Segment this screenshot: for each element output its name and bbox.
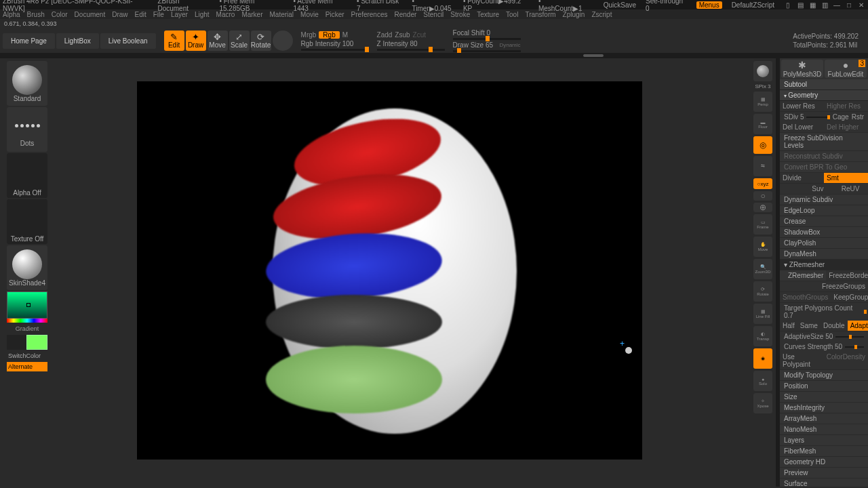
freezegroups-toggle[interactable]: FreezeGroups bbox=[819, 281, 868, 292]
suv-toggle[interactable]: Suv bbox=[809, 184, 838, 195]
dynamic-subdiv-header[interactable]: Dynamic Subdiv bbox=[780, 195, 868, 205]
rgb-toggle[interactable]: Rgb bbox=[319, 31, 339, 39]
dynamesh-header[interactable]: DynaMesh bbox=[780, 249, 868, 260]
zsub-toggle[interactable]: Zsub bbox=[395, 31, 410, 39]
tool-thumb-2[interactable]: ●FubLowEdit3 bbox=[825, 60, 867, 78]
scale-mode-button[interactable]: ⤢Scale bbox=[229, 30, 250, 51]
persp-button[interactable]: ▦Persp bbox=[753, 92, 772, 112]
tab-home[interactable]: Home Page bbox=[3, 33, 55, 49]
menu-draw[interactable]: Draw bbox=[112, 11, 127, 18]
divide-button[interactable]: Divide bbox=[780, 173, 824, 184]
arraymesh-header[interactable]: ArrayMesh bbox=[780, 413, 868, 424]
keepgroups-toggle[interactable]: KeepGroups bbox=[831, 292, 868, 303]
local-button[interactable]: ◎ bbox=[753, 136, 772, 154]
claypolish-header[interactable]: ClayPolish bbox=[780, 238, 868, 249]
transp-button[interactable]: ◐Transp bbox=[753, 326, 772, 346]
smt-toggle[interactable]: Smt bbox=[824, 173, 868, 184]
menu-texture[interactable]: Texture bbox=[477, 11, 499, 18]
minimize-icon[interactable]: — bbox=[833, 1, 841, 9]
menu-tool[interactable]: Tool bbox=[506, 11, 518, 18]
colordensity-toggle[interactable]: ColorDensity bbox=[824, 352, 868, 370]
freezeborder-toggle[interactable]: FreezeBorder bbox=[826, 270, 868, 281]
menu-color[interactable]: Color bbox=[52, 11, 68, 18]
curves-strength[interactable]: Curves Strength 50 bbox=[784, 343, 842, 350]
edgeloop-header[interactable]: EdgeLoop bbox=[780, 205, 868, 216]
menu-light[interactable]: Light bbox=[195, 11, 210, 18]
target-polycount[interactable]: Target Polygons Count 0.7 bbox=[784, 304, 861, 319]
zremesher-button[interactable]: ZRemesher bbox=[780, 270, 826, 281]
adapt-button[interactable]: Adapt bbox=[848, 321, 868, 331]
menu-alpha[interactable]: Alpha bbox=[3, 11, 20, 18]
zadd-toggle[interactable]: Zadd bbox=[377, 31, 393, 39]
move-button[interactable]: ✋Move bbox=[753, 237, 772, 257]
nanomesh-header[interactable]: NanoMesh bbox=[780, 424, 868, 435]
lowerres-button[interactable]: Lower Res bbox=[780, 101, 824, 112]
geometry-header[interactable]: Geometry bbox=[780, 90, 868, 101]
rotate-mode-button[interactable]: ⟳Rotate bbox=[251, 30, 271, 51]
layout-3-icon[interactable]: ▦ bbox=[808, 1, 816, 9]
layout-1-icon[interactable]: ▯ bbox=[784, 1, 792, 9]
menu-material[interactable]: Material bbox=[270, 11, 294, 18]
geometryhd-header[interactable]: Geometry HD bbox=[780, 457, 868, 468]
double-button[interactable]: Double bbox=[821, 321, 848, 331]
solo-button[interactable]: ●Solo bbox=[753, 371, 772, 391]
xyz-button[interactable]: ○xyz bbox=[753, 178, 772, 189]
modify-topology-header[interactable]: Modify Topology bbox=[780, 370, 868, 381]
rgb-intensity-slider[interactable] bbox=[301, 49, 369, 51]
rgb-intensity[interactable]: Rgb Intensity 100 bbox=[301, 40, 354, 47]
reconstruct-button[interactable]: Reconstruct Subdiv bbox=[780, 151, 868, 162]
axis-y-button[interactable]: ○ bbox=[753, 191, 772, 201]
tab-lightbox[interactable]: LightBox bbox=[56, 33, 99, 49]
crease-header[interactable]: Crease bbox=[780, 216, 868, 227]
menus-button[interactable]: Menus bbox=[696, 1, 722, 9]
lsym-button[interactable]: ⇋ bbox=[753, 156, 772, 176]
tab-liveboolean[interactable]: Live Boolean bbox=[100, 33, 156, 49]
edit-mode-button[interactable]: ✎Edit bbox=[164, 30, 184, 51]
seethrough[interactable]: See-through 0 bbox=[646, 0, 687, 12]
zcut-toggle[interactable]: Zcut bbox=[413, 31, 426, 39]
floor-button[interactable]: ▬Floor bbox=[753, 114, 772, 134]
del-lower-button[interactable]: Del Lower bbox=[780, 122, 824, 133]
m-toggle[interactable]: M bbox=[342, 31, 348, 39]
spix-label[interactable]: SPix 3 bbox=[755, 83, 770, 89]
ghost-button[interactable]: ◉ bbox=[753, 348, 772, 369]
menu-movie[interactable]: Movie bbox=[300, 11, 319, 18]
smoothgroups-toggle[interactable]: SmoothGroups bbox=[780, 292, 831, 303]
menu-stencil[interactable]: Stencil bbox=[423, 11, 443, 18]
menu-preferences[interactable]: Preferences bbox=[351, 11, 388, 18]
axis-z-button[interactable]: ⊕ bbox=[753, 203, 772, 212]
layout-4-icon[interactable]: ▥ bbox=[821, 1, 829, 9]
layers-header[interactable]: Layers bbox=[780, 435, 868, 446]
gradient-label[interactable]: Gradient bbox=[14, 324, 41, 333]
linefill-button[interactable]: ▦Line Fill bbox=[753, 304, 772, 324]
draw-mode-button[interactable]: ✦Draw bbox=[186, 30, 206, 51]
tool-thumb-1[interactable]: ✱PolyMesh3D bbox=[781, 60, 823, 78]
position-header[interactable]: Position bbox=[780, 381, 868, 392]
z-intensity[interactable]: Z Intensity 80 bbox=[377, 40, 418, 47]
menu-document[interactable]: Document bbox=[75, 11, 106, 18]
rstr-toggle[interactable]: Rstr bbox=[852, 113, 864, 121]
alpha-tile[interactable]: Alpha Off bbox=[7, 153, 47, 198]
menu-picker[interactable]: Picker bbox=[326, 11, 344, 18]
xpose-button[interactable]: ✧Xpose bbox=[753, 393, 772, 413]
switchcolor-button[interactable]: SwitchColor bbox=[7, 351, 47, 361]
menu-layer[interactable]: Layer bbox=[171, 11, 188, 18]
zoom3d-button[interactable]: 🔍Zoom3D bbox=[753, 259, 772, 279]
mrgb-toggle[interactable]: Mrgb bbox=[301, 31, 317, 39]
top-scrollbar[interactable] bbox=[0, 53, 868, 58]
higherres-button[interactable]: Higher Res bbox=[824, 101, 868, 112]
menu-stroke[interactable]: Stroke bbox=[450, 11, 470, 18]
drawsize-slider[interactable] bbox=[453, 50, 521, 52]
menu-file[interactable]: File bbox=[153, 11, 164, 18]
move-mode-button[interactable]: ✥Move bbox=[208, 30, 228, 51]
frame-button[interactable]: ▭Frame bbox=[753, 214, 772, 235]
menu-render[interactable]: Render bbox=[395, 11, 417, 18]
surface-header[interactable]: Surface bbox=[780, 479, 868, 487]
convert-bpr-button[interactable]: Convert BPR To Geo bbox=[780, 162, 868, 173]
material-tile[interactable]: SkinShade4 bbox=[7, 245, 47, 290]
fibermesh-header[interactable]: FiberMesh bbox=[780, 446, 868, 457]
subtool-header[interactable]: Subtool bbox=[780, 79, 868, 90]
color-swatches[interactable] bbox=[7, 335, 47, 350]
close-icon[interactable]: ✕ bbox=[857, 1, 865, 9]
menu-transform[interactable]: Transform bbox=[525, 11, 555, 18]
